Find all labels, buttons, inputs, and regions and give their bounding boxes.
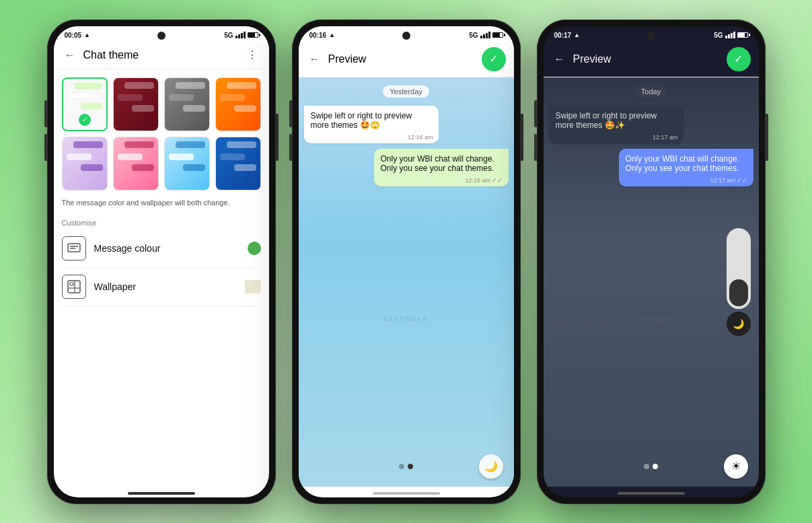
app-bar-3: ← Preview ✓: [544, 42, 759, 77]
dark-mode-button-2[interactable]: 🌙: [479, 454, 503, 479]
customise-section: Customise Message colour: [54, 213, 269, 309]
power-btn-2[interactable]: [521, 114, 523, 161]
dot-2-2: [408, 464, 413, 469]
dim-icon-btn[interactable]: 🌙: [727, 312, 751, 336]
wallpaper-icon: [62, 275, 86, 299]
svg-rect-3: [68, 281, 80, 293]
back-button-3[interactable]: ←: [552, 51, 568, 67]
volume-down-btn[interactable]: [44, 134, 47, 161]
signal-3: 5G: [714, 32, 723, 39]
signal-2: 5G: [469, 32, 478, 39]
message-colour-label: Message colour: [94, 243, 248, 254]
message-colour-item[interactable]: Message colour: [62, 230, 261, 268]
dot-1-2: [399, 464, 404, 469]
status-left-1: 00:05 ▲: [65, 32, 91, 39]
theme-description: The message color and wallpaper will bot…: [54, 196, 269, 213]
msg-text-r3: Swipe left or right to preview more them…: [556, 111, 657, 130]
chat-background-blue: Yesterday Swipe left or right to preview…: [299, 77, 514, 487]
home-indicator-3[interactable]: [618, 492, 685, 495]
page-dots-2: [399, 464, 413, 469]
watermark-2: SYSTWEAK: [383, 316, 428, 322]
power-btn-3[interactable]: [766, 114, 768, 161]
bottom-controls-2: 🌙: [299, 449, 514, 487]
message-sent-2: Only your WBI chat will change. Only you…: [374, 149, 509, 186]
date-pill-3: Today: [634, 85, 667, 98]
screen-title-1: Chat theme: [83, 49, 245, 61]
slider-track[interactable]: [727, 228, 751, 309]
app-bar-2: ← Preview ✓: [299, 42, 514, 77]
theme-item-2[interactable]: [113, 77, 159, 131]
msg-time-s3: 12:17 am ✓✓: [710, 177, 747, 184]
theme-item-6[interactable]: [113, 137, 159, 190]
alert-icon-1: ▲: [84, 32, 90, 38]
theme-item-8[interactable]: [215, 137, 261, 190]
bright-mode-button-3[interactable]: ☀: [724, 454, 748, 479]
dot-2-3: [653, 464, 658, 469]
date-pill-2: Yesterday: [383, 85, 429, 98]
phone-2-screen: 00:16 ▲ 5G ← Preview ✓: [299, 26, 514, 497]
status-left-3: 00:17 ▲: [554, 32, 581, 39]
battery-1: [248, 32, 258, 38]
phone-1-screen: 00:05 ▲ 5G ← Chat theme ⋮: [54, 26, 269, 497]
confirm-button-3[interactable]: ✓: [727, 47, 751, 71]
status-left-2: 00:16 ▲: [309, 32, 336, 39]
phone-1: 00:05 ▲ 5G ← Chat theme ⋮: [47, 20, 276, 504]
signal-bars-2: [480, 32, 490, 38]
brightness-slider[interactable]: 🌙: [727, 228, 751, 336]
power-btn[interactable]: [276, 114, 279, 161]
back-button-1[interactable]: ←: [62, 47, 78, 63]
message-received-2: Swipe left or right to preview more them…: [304, 106, 439, 143]
home-indicator-2[interactable]: [373, 492, 440, 495]
theme-item-4[interactable]: [215, 77, 261, 131]
screen-title-2: Preview: [328, 53, 482, 65]
wallpaper-item[interactable]: Wallpaper: [62, 268, 261, 306]
phone-3-screen: 00:17 ▲ 5G ← Preview ✓: [544, 26, 759, 497]
theme-item-3[interactable]: [164, 77, 210, 131]
msg-time-r2: 12:16 am: [408, 134, 433, 141]
battery-3: [737, 32, 748, 38]
chat-background-dark: Today Swipe left or right to preview mor…: [544, 77, 759, 487]
back-button-2[interactable]: ←: [307, 51, 323, 67]
signal-1: 5G: [224, 32, 233, 39]
home-indicator-1[interactable]: [128, 492, 195, 495]
message-received-3: Swipe left or right to preview more them…: [549, 106, 684, 143]
volume-down-btn-3[interactable]: [534, 134, 537, 161]
status-right-3: 5G: [714, 32, 747, 39]
screen-title-3: Preview: [573, 53, 727, 65]
more-options-button-1[interactable]: ⋮: [245, 47, 261, 63]
message-icon: [62, 236, 86, 260]
dot-1-3: [644, 464, 649, 469]
svg-rect-4: [70, 283, 73, 285]
theme-item-5[interactable]: [62, 137, 108, 190]
volume-down-btn-2[interactable]: [289, 134, 292, 161]
status-right-2: 5G: [469, 32, 503, 39]
status-right-1: 5G: [224, 32, 258, 39]
msg-time-s2: 12:16 am ✓✓: [465, 177, 503, 184]
volume-up-btn[interactable]: [44, 100, 47, 127]
message-sent-3: Only your WBI chat will change. Only you…: [619, 149, 753, 186]
volume-up-btn-3[interactable]: [534, 100, 537, 127]
theme-item-7[interactable]: [164, 137, 210, 190]
chat-messages-3: Today Swipe left or right to preview mor…: [544, 77, 759, 192]
msg-time-r3: 12:17 am: [653, 134, 678, 141]
bottom-controls-3: ☀: [544, 449, 759, 487]
message-colour-swatch: [248, 242, 261, 255]
msg-text-s2: Only your WBI chat will change. Only you…: [381, 154, 494, 173]
wallpaper-colour-swatch: [245, 280, 261, 293]
slider-fill: [729, 279, 748, 306]
time-2: 00:16: [309, 32, 327, 39]
front-camera-2: [402, 32, 410, 40]
confirm-button-2[interactable]: ✓: [482, 47, 506, 71]
phone-2: 00:16 ▲ 5G ← Preview ✓: [292, 20, 521, 504]
volume-up-btn-2[interactable]: [289, 100, 292, 127]
phone-3: 00:17 ▲ 5G ← Preview ✓: [537, 20, 766, 504]
theme-item-1[interactable]: ✓: [62, 77, 108, 131]
customise-label: Customise: [62, 219, 261, 227]
alert-icon-2: ▲: [329, 32, 335, 38]
time-3: 00:17: [554, 32, 572, 39]
page-dots-3: [644, 464, 658, 469]
wallpaper-label: Wallpaper: [94, 281, 245, 292]
theme-grid: ✓: [54, 69, 269, 196]
front-camera: [157, 32, 165, 40]
watermark-3: SYSTWEAK: [628, 316, 673, 322]
